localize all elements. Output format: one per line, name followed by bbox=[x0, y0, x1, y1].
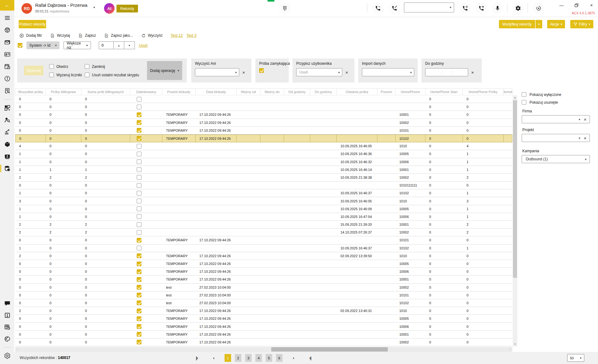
table-row[interactable]: 200TEMPORARY17.10.2022 09:44:2602.09.202… bbox=[15, 307, 512, 315]
blocked-checkbox[interactable] bbox=[137, 183, 141, 188]
sidebar-item-alert-icon[interactable] bbox=[0, 310, 14, 320]
back-button[interactable]: ← bbox=[0, 0, 14, 11]
horizontal-scrollbar[interactable]: ‹ › bbox=[15, 347, 512, 352]
sidebar-item-chat-icon[interactable] bbox=[0, 299, 14, 308]
sidebar-item-mail-icon[interactable] bbox=[0, 37, 14, 47]
fetch-records-button[interactable]: Pobierz rekordy bbox=[19, 20, 46, 28]
modify-records-button[interactable]: Modyfikuj rekordy bbox=[499, 20, 535, 28]
blocked-checkbox[interactable] bbox=[137, 340, 141, 344]
view-badge[interactable]: Rekordy bbox=[116, 5, 138, 12]
previous-page-button[interactable]: ‹ bbox=[210, 356, 217, 360]
modify-records-chevron-button[interactable]: ▾ bbox=[535, 20, 542, 28]
table-row[interactable]: 10010.09.2025 16:46:091000501 bbox=[15, 205, 512, 213]
scroll-left-icon[interactable]: ‹ bbox=[15, 347, 20, 352]
sidebar-item-agent-icon[interactable] bbox=[0, 25, 14, 35]
sidebar-item-id-card-filled-icon[interactable] bbox=[0, 152, 14, 161]
blocked-checkbox[interactable] bbox=[137, 206, 141, 211]
clear-filter-button[interactable]: Wyczyść bbox=[141, 33, 163, 38]
add-filter-button[interactable]: Dodaj filtr bbox=[19, 33, 42, 38]
remove-condition-link[interactable]: Usuń bbox=[139, 43, 148, 48]
column-header-7[interactable]: Ważny od bbox=[237, 88, 260, 95]
condition-operator-dropdown[interactable]: Większe niż▾ bbox=[64, 41, 91, 49]
blocked-checkbox[interactable] bbox=[137, 238, 141, 243]
ai-avatar[interactable]: AI bbox=[104, 3, 115, 14]
table-row[interactable]: 200TEMPORARY17.10.2022 09:44:2602.09.202… bbox=[15, 252, 512, 260]
blocked-checkbox[interactable] bbox=[137, 214, 141, 219]
table-row[interactable]: 000test27.02.2023 10:04:001000200 bbox=[15, 284, 512, 291]
condition-field-dropdown[interactable]: System -> Id▾ bbox=[26, 41, 59, 49]
column-header-4[interactable]: Zablokowany bbox=[130, 88, 162, 95]
blocked-checkbox[interactable] bbox=[137, 136, 141, 141]
show-disabled-checkbox[interactable] bbox=[522, 92, 526, 97]
vertical-scrollbar-thumb[interactable] bbox=[513, 100, 517, 278]
blocked-checkbox[interactable] bbox=[137, 222, 141, 227]
remove-script-result-checkbox[interactable] bbox=[85, 73, 89, 77]
filters-button[interactable]: Filtry▾ bbox=[570, 20, 593, 28]
blocked-checkbox[interactable] bbox=[137, 128, 141, 133]
table-row[interactable]: 11110.09.2025 16:46:141000101 bbox=[15, 166, 512, 174]
clear-ani-remove-icon[interactable]: × bbox=[241, 70, 246, 75]
table-row[interactable]: 000test27.02.2023 10:04:001010200 bbox=[15, 299, 512, 307]
phone-cancel-icon[interactable] bbox=[389, 2, 400, 14]
table-row[interactable]: 000TEMPORARY17.10.2022 09:44:261010100 bbox=[15, 127, 512, 135]
blocked-checkbox[interactable] bbox=[137, 97, 141, 102]
company-combobox[interactable]: ▾× bbox=[522, 115, 590, 123]
company-clear-icon[interactable]: × bbox=[582, 117, 588, 122]
table-row[interactable]: 000TEMPORARY17.10.2022 09:44:261000200 bbox=[15, 119, 512, 127]
value-increment-button[interactable]: ▴ bbox=[114, 41, 124, 49]
first-page-button[interactable]: |‹ bbox=[193, 356, 200, 360]
page-button-2[interactable]: 2 bbox=[235, 354, 241, 362]
column-header-12[interactable]: Poziom bbox=[377, 88, 396, 95]
minimize-button[interactable]: — bbox=[557, 1, 566, 9]
table-row[interactable]: 000TEMPORARY17.10.2022 09:44:261000100 bbox=[15, 331, 512, 338]
actions-button[interactable]: Akcje▾ bbox=[547, 20, 565, 28]
blocked-checkbox[interactable] bbox=[137, 293, 141, 297]
column-header-2[interactable]: Próby billingowe bbox=[46, 88, 81, 95]
clear-ani-combobox[interactable]: ▾ bbox=[195, 68, 239, 76]
user-chevron-down-icon[interactable]: ▾ bbox=[93, 6, 95, 9]
sidebar-item-menu-icon[interactable] bbox=[0, 13, 14, 22]
blocked-checkbox[interactable] bbox=[137, 285, 141, 290]
column-header-14[interactable]: HomePhone Stan bbox=[425, 88, 463, 95]
table-row[interactable]: 10010.09.2025 16:46:371010201 bbox=[15, 244, 512, 252]
table-row[interactable]: 22214.10.2025 07:26:371000202 bbox=[15, 229, 512, 236]
import-data-combobox[interactable]: ▾ bbox=[362, 68, 414, 76]
scroll-up-icon[interactable]: ▲ bbox=[513, 95, 517, 100]
column-header-10[interactable]: Do godziny bbox=[310, 88, 337, 95]
page-button-6[interactable]: 6 bbox=[276, 354, 282, 362]
blocked-checkbox[interactable] bbox=[137, 324, 141, 329]
column-header-8[interactable]: Ważny do bbox=[260, 88, 284, 95]
table-row[interactable]: 30010.09.2025 16:46:05101003 bbox=[15, 197, 512, 205]
blocked-checkbox[interactable] bbox=[137, 175, 141, 180]
blocked-checkbox[interactable] bbox=[137, 309, 141, 313]
page-button-3[interactable]: 3 bbox=[245, 354, 252, 362]
user-avatar[interactable]: RD bbox=[21, 3, 32, 14]
blocked-checkbox[interactable] bbox=[137, 120, 141, 125]
column-header-6[interactable]: Data blokady bbox=[196, 88, 237, 95]
condition-enabled-checkbox[interactable] bbox=[18, 43, 22, 48]
table-row[interactable]: 000TEMPORARY17.10.2022 09:44:261000600 bbox=[15, 323, 512, 330]
next-page-button[interactable]: › bbox=[290, 356, 297, 360]
table-row[interactable]: 000101011111100 bbox=[15, 182, 512, 189]
blocked-checkbox[interactable] bbox=[137, 253, 141, 258]
settings-icon[interactable] bbox=[512, 2, 524, 14]
blocked-checkbox[interactable] bbox=[137, 199, 141, 203]
sidebar-item-person-search-icon[interactable] bbox=[0, 115, 14, 125]
sidebar-item-info-icon[interactable] bbox=[0, 74, 14, 83]
sidebar-item-settings-icon[interactable] bbox=[0, 351, 14, 360]
sidebar-item-palette-icon[interactable] bbox=[0, 334, 14, 343]
reset-counters-checkbox[interactable] bbox=[49, 73, 54, 77]
blocked-checkbox[interactable] bbox=[137, 332, 141, 337]
close-button[interactable]: × bbox=[587, 1, 596, 9]
table-row[interactable]: 000TEMPORARY17.10.2022 09:44:261000600 bbox=[15, 268, 512, 276]
page-button-1[interactable]: 1 bbox=[225, 354, 231, 362]
column-header-15[interactable]: HomePhone Próby bbox=[463, 88, 504, 95]
blocked-checkbox[interactable] bbox=[137, 159, 141, 164]
saved-filter-test3-link[interactable]: Test 3 bbox=[187, 33, 197, 38]
saved-filter-test12-link[interactable]: Test 12 bbox=[171, 33, 183, 38]
page-size-dropdown[interactable]: 50▾ bbox=[567, 354, 584, 362]
sidebar-item-id-card-icon[interactable] bbox=[0, 50, 14, 59]
blocked-checkbox[interactable] bbox=[137, 277, 141, 282]
table-row[interactable]: 000test27.02.2023 10:04:001010100 bbox=[15, 291, 512, 299]
add-operation-button[interactable]: Dodaj operację▾ bbox=[147, 61, 182, 80]
